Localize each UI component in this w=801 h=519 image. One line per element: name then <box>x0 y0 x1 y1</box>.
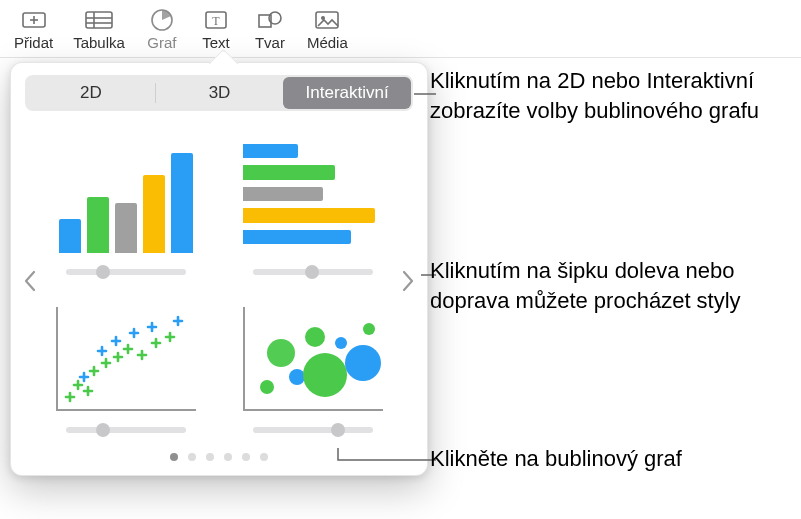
callout-mid: Kliknutím na šipku doleva nebo doprava m… <box>430 256 790 315</box>
callout-top: Kliknutím na 2D nebo Interaktivní zobraz… <box>430 66 790 125</box>
callout-bottom: Klikněte na bublinový graf <box>430 444 682 474</box>
